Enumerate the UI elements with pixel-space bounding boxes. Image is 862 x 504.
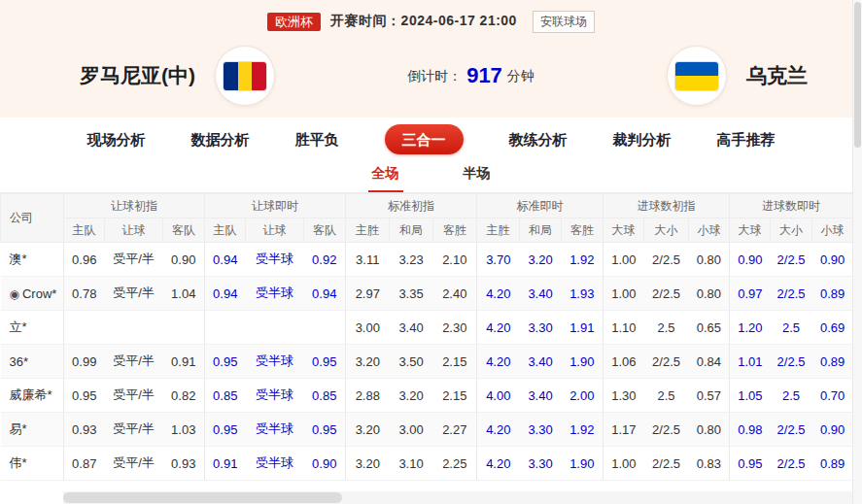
tab-live-analysis[interactable]: 现场分析 [87, 132, 146, 147]
odds-cell[interactable]: 0.80 [689, 277, 730, 311]
odds-cell[interactable]: 2.25 [433, 447, 477, 481]
odds-cell[interactable]: 0.85 [304, 379, 346, 413]
odds-cell[interactable]: 受平/半 [105, 277, 163, 311]
odds-cell[interactable]: 0.96 [64, 243, 105, 277]
odds-cell[interactable]: 受半球 [246, 447, 304, 481]
odds-cell[interactable]: 4.20 [477, 413, 520, 447]
odds-cell[interactable]: 1.06 [603, 345, 644, 379]
odds-cell[interactable]: 3.11 [346, 243, 390, 277]
company-cell[interactable]: 伟* [1, 447, 64, 481]
vertical-scrollbar-thumb[interactable] [854, 2, 861, 148]
odds-cell[interactable]: 0.94 [304, 277, 346, 311]
odds-cell[interactable]: 3.35 [390, 277, 433, 311]
odds-cell[interactable]: 0.97 [730, 277, 771, 311]
odds-cell[interactable]: 0.91 [163, 345, 205, 379]
odds-cell[interactable]: 受平/半 [105, 413, 163, 447]
odds-cell[interactable]: 0.95 [64, 379, 105, 413]
tab-win-draw-loss[interactable]: 胜平负 [295, 132, 339, 147]
horizontal-scrollbar[interactable] [63, 491, 852, 504]
odds-cell[interactable]: 4.00 [477, 379, 520, 413]
odds-cell[interactable]: 0.89 [812, 345, 853, 379]
subtab-full-time[interactable]: 全场 [368, 165, 403, 192]
odds-cell[interactable]: 0.90 [163, 243, 205, 277]
odds-cell[interactable]: 1.00 [603, 447, 644, 481]
odds-cell[interactable]: 1.90 [562, 345, 603, 379]
odds-cell[interactable]: 0.95 [304, 413, 346, 447]
odds-cell[interactable]: 1.04 [163, 277, 205, 311]
odds-cell[interactable]: 1.01 [730, 345, 771, 379]
odds-cell[interactable]: 0.85 [205, 379, 246, 413]
odds-cell[interactable]: 2.40 [433, 277, 477, 311]
odds-cell[interactable]: 0.57 [689, 379, 730, 413]
odds-cell[interactable]: 0.94 [205, 277, 246, 311]
odds-cell[interactable]: 0.84 [689, 345, 730, 379]
odds-cell[interactable]: 0.87 [64, 447, 105, 481]
odds-cell[interactable]: 1.30 [603, 379, 644, 413]
odds-cell[interactable]: 1.10 [603, 311, 644, 345]
odds-cell[interactable]: 2.30 [433, 311, 477, 345]
odds-cell[interactable]: 0.98 [730, 413, 771, 447]
odds-cell[interactable]: 0.80 [689, 243, 730, 277]
vertical-scrollbar[interactable] [852, 0, 862, 504]
odds-cell[interactable]: 1.92 [562, 243, 603, 277]
odds-cell[interactable]: 0.95 [205, 345, 246, 379]
odds-cell[interactable]: 0.70 [812, 379, 853, 413]
odds-cell[interactable]: 3.20 [520, 243, 562, 277]
odds-cell[interactable]: 0.95 [304, 345, 346, 379]
odds-cell[interactable]: 2.00 [562, 379, 603, 413]
odds-cell[interactable]: 2.5 [771, 311, 812, 345]
odds-cell[interactable]: 1.91 [562, 311, 603, 345]
odds-cell[interactable]: 受半球 [246, 243, 304, 277]
odds-cell[interactable]: 3.00 [390, 413, 433, 447]
odds-cell[interactable]: 2.5 [771, 379, 812, 413]
subtab-half-time[interactable]: 半场 [460, 165, 495, 192]
odds-cell[interactable]: 2/2.5 [771, 243, 812, 277]
odds-cell[interactable]: 0.92 [304, 243, 346, 277]
odds-cell[interactable]: 2.88 [346, 379, 390, 413]
odds-cell[interactable]: 3.70 [477, 243, 520, 277]
odds-cell[interactable]: 2.27 [433, 413, 477, 447]
odds-cell[interactable]: 3.30 [520, 447, 562, 481]
odds-cell[interactable]: 2/2.5 [644, 277, 689, 311]
odds-cell[interactable]: 0.90 [304, 447, 346, 481]
odds-cell[interactable]: 1.90 [562, 447, 603, 481]
odds-cell[interactable]: 2.5 [644, 379, 689, 413]
odds-cell[interactable]: 3.40 [520, 379, 562, 413]
odds-cell[interactable]: 4.20 [477, 311, 520, 345]
odds-cell[interactable]: 0.83 [689, 447, 730, 481]
odds-cell[interactable]: 4.20 [477, 345, 520, 379]
odds-cell[interactable]: 3.50 [390, 345, 433, 379]
odds-cell[interactable]: 0.90 [812, 413, 853, 447]
odds-cell[interactable]: 1.03 [163, 413, 205, 447]
odds-cell[interactable]: 0.65 [689, 311, 730, 345]
odds-cell[interactable]: 0.82 [163, 379, 205, 413]
odds-cell[interactable]: 受半球 [246, 413, 304, 447]
odds-cell[interactable]: 2.5 [644, 311, 689, 345]
company-cell[interactable]: 威廉希* [1, 379, 64, 413]
odds-cell[interactable]: 0.90 [730, 243, 771, 277]
tab-referee-analysis[interactable]: 裁判分析 [613, 132, 672, 147]
tab-data-analysis[interactable]: 数据分析 [191, 132, 250, 147]
horizontal-scrollbar-thumb[interactable] [63, 492, 342, 503]
odds-cell[interactable]: 0.95 [205, 413, 246, 447]
odds-cell[interactable]: 3.40 [520, 345, 562, 379]
odds-cell[interactable]: 2/2.5 [771, 413, 812, 447]
odds-cell[interactable]: 2/2.5 [644, 243, 689, 277]
odds-cell[interactable]: 3.10 [390, 447, 433, 481]
odds-cell[interactable]: 2/2.5 [644, 447, 689, 481]
odds-cell[interactable]: 3.20 [390, 379, 433, 413]
odds-cell[interactable]: 2.10 [433, 243, 477, 277]
odds-cell[interactable]: 3.30 [520, 413, 562, 447]
odds-cell[interactable]: 2/2.5 [771, 345, 812, 379]
company-cell[interactable]: 立* [1, 311, 64, 345]
odds-cell[interactable]: 0.90 [812, 243, 853, 277]
tab-coach-analysis[interactable]: 教练分析 [509, 132, 568, 147]
odds-cell[interactable]: 3.23 [390, 243, 433, 277]
odds-cell[interactable]: 0.93 [163, 447, 205, 481]
odds-cell[interactable]: 受平/半 [105, 345, 163, 379]
odds-cell[interactable]: 0.69 [812, 311, 853, 345]
odds-cell[interactable]: 0.94 [205, 243, 246, 277]
company-cell[interactable]: ◉Crow* [1, 277, 64, 311]
odds-cell[interactable]: 2/2.5 [771, 277, 812, 311]
odds-cell[interactable]: 0.89 [812, 447, 853, 481]
